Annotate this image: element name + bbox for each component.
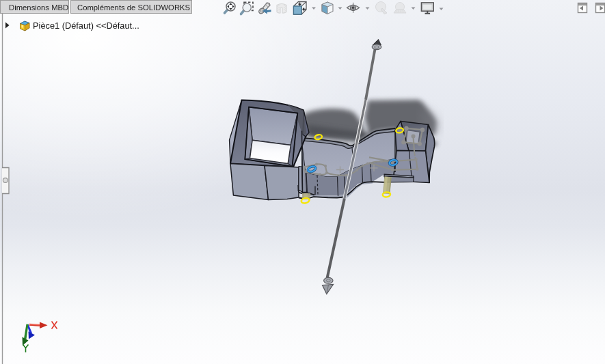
- svg-text:Dimensions MBD: Dimensions MBD: [9, 3, 68, 12]
- svg-text:Pièce1 (Défaut) <<Défaut...: Pièce1 (Défaut) <<Défaut...: [33, 20, 139, 31]
- svg-text:Compléments de SOLIDWORKS: Compléments de SOLIDWORKS: [77, 3, 191, 12]
